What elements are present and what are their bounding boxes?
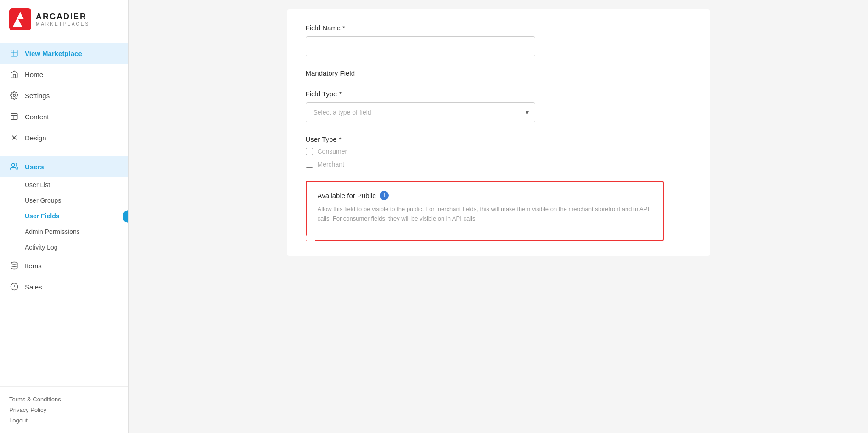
sidebar-item-label: Sales <box>25 283 42 291</box>
users-icon <box>9 161 19 172</box>
brand-name: ARCADIER <box>36 12 90 22</box>
sidebar-item-settings[interactable]: Settings <box>0 85 128 106</box>
logo-text: ARCADIER MARKETPLACES <box>36 12 90 27</box>
sidebar-item-items[interactable]: Items <box>0 255 128 276</box>
items-icon <box>9 261 19 271</box>
sidebar-item-view-marketplace[interactable]: View Marketplace <box>0 43 128 64</box>
content-icon <box>9 111 19 122</box>
sidebar-item-sales[interactable]: Sales <box>0 276 128 297</box>
sub-item-label: User List <box>25 181 50 189</box>
sidebar-logo: ARCADIER MARKETPLACES <box>0 0 128 39</box>
sidebar-item-home[interactable]: Home <box>0 64 128 85</box>
sales-icon <box>9 282 19 292</box>
consumer-checkbox[interactable] <box>306 148 313 155</box>
sidebar-item-label: View Marketplace <box>25 50 82 57</box>
main-content: Field Name * Mandatory Field YES Field T… <box>129 0 868 433</box>
sidebar-subitem-user-list[interactable]: User List <box>0 177 128 193</box>
logout-link[interactable]: Logout <box>9 415 119 426</box>
field-name-input[interactable] <box>306 36 535 56</box>
sidebar-item-design[interactable]: Design <box>0 127 128 148</box>
sidebar: ARCADIER MARKETPLACES View Marketplace H… <box>0 0 129 433</box>
consumer-checkbox-item[interactable]: Consumer <box>306 148 691 155</box>
merchant-checkbox[interactable] <box>306 161 313 168</box>
info-icon: i <box>380 191 389 200</box>
public-toggle-label: YES <box>321 228 331 234</box>
user-type-group: User Type * Consumer Merchant <box>306 135 691 168</box>
brand-sub: MARKETPLACES <box>36 22 90 27</box>
user-type-checkboxes: Consumer Merchant <box>306 148 691 168</box>
sidebar-footer: Terms & Conditions Privacy Policy Logout <box>0 386 128 433</box>
home-icon <box>9 69 19 79</box>
consumer-label: Consumer <box>318 148 347 155</box>
field-type-label: Field Type * <box>306 90 691 98</box>
mandatory-field-group: Mandatory Field YES <box>306 69 691 77</box>
sidebar-subitem-activity-log[interactable]: Activity Log <box>0 239 128 255</box>
field-type-select[interactable]: Select a type of field <box>306 102 535 122</box>
svg-point-2 <box>13 94 16 97</box>
available-for-public-box: Available for Public i Allow this field … <box>306 181 664 241</box>
public-box-title-text: Available for Public <box>318 192 376 200</box>
design-icon <box>9 133 19 143</box>
arcadier-logo-icon <box>9 8 31 30</box>
svg-rect-3 <box>11 113 17 120</box>
sidebar-nav: View Marketplace Home Settings Content <box>0 39 128 386</box>
sub-item-label: Admin Permissions <box>25 228 80 235</box>
mandatory-label: Mandatory Field <box>306 69 691 77</box>
field-type-select-wrapper: Select a type of field ▾ <box>306 102 535 122</box>
svg-point-9 <box>12 163 15 166</box>
sub-item-label: Activity Log <box>25 244 58 251</box>
sidebar-item-label: Settings <box>25 92 50 100</box>
toggle-knob <box>294 83 304 94</box>
sidebar-item-label: Design <box>25 134 46 142</box>
form-card: Field Name * Mandatory Field YES Field T… <box>287 9 710 256</box>
mandatory-toggle-label: YES <box>309 79 319 84</box>
public-box-title: Available for Public i <box>318 191 652 200</box>
svg-point-10 <box>11 262 17 265</box>
sidebar-subitem-user-fields[interactable]: User Fields <box>0 208 128 224</box>
field-type-group: Field Type * Select a type of field ▾ <box>306 90 691 122</box>
terms-link[interactable]: Terms & Conditions <box>9 394 119 405</box>
sub-item-label: User Fields <box>25 212 59 220</box>
sidebar-item-label: Items <box>25 262 42 270</box>
public-box-description: Allow this field to be visible to the pu… <box>318 205 652 224</box>
sidebar-subitem-admin-permissions[interactable]: Admin Permissions <box>0 224 128 239</box>
sidebar-item-label: Content <box>25 113 49 121</box>
view-marketplace-icon <box>9 48 19 58</box>
privacy-link[interactable]: Privacy Policy <box>9 405 119 415</box>
field-name-label: Field Name * <box>306 24 691 32</box>
user-type-label: User Type * <box>306 135 691 143</box>
sidebar-item-users[interactable]: Users <box>0 156 128 177</box>
sidebar-item-label: Home <box>25 71 43 78</box>
toggle-knob-public <box>306 233 316 243</box>
settings-icon <box>9 90 19 100</box>
merchant-label: Merchant <box>318 161 344 168</box>
field-name-group: Field Name * <box>306 24 691 56</box>
sidebar-item-content[interactable]: Content <box>0 106 128 127</box>
merchant-checkbox-item[interactable]: Merchant <box>306 161 691 168</box>
sidebar-item-label: Users <box>25 163 44 171</box>
sub-item-label: User Groups <box>25 197 61 204</box>
sidebar-subitem-user-groups[interactable]: User Groups <box>0 193 128 208</box>
nav-divider <box>0 152 128 152</box>
